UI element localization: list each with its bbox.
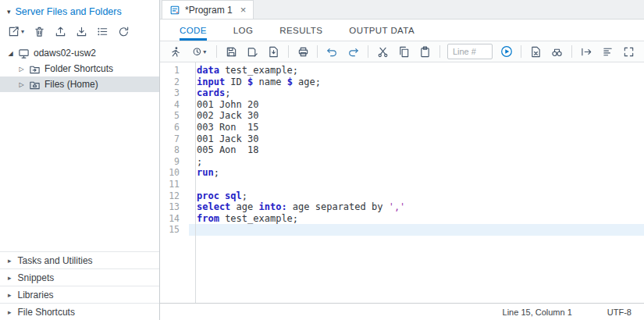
- new-item-button[interactable]: ▾: [8, 26, 24, 37]
- code-text[interactable]: 003 Ron 15: [189, 122, 644, 133]
- tab-log[interactable]: LOG: [233, 20, 254, 41]
- delete-button[interactable]: [34, 26, 45, 37]
- code-line[interactable]: 11: [160, 179, 644, 190]
- code-text[interactable]: ;: [189, 156, 644, 168]
- sidebar-toolbar: ▾: [0, 21, 159, 44]
- properties-button[interactable]: [97, 26, 109, 37]
- line-number: 10: [160, 167, 189, 179]
- code-text[interactable]: input ID $ name $ age;: [189, 76, 644, 88]
- copy-button[interactable]: [397, 44, 411, 59]
- code-text[interactable]: data test_example;: [189, 65, 644, 76]
- paste-button[interactable]: [418, 44, 432, 59]
- refresh-button[interactable]: [118, 26, 130, 37]
- code-line[interactable]: 3cards;: [160, 87, 644, 99]
- line-number: 4: [160, 99, 189, 111]
- toolbar-separator: [571, 45, 572, 58]
- submit-button[interactable]: [168, 44, 182, 59]
- redo-button[interactable]: [347, 44, 361, 59]
- code-text[interactable]: 002 Jack 30: [189, 110, 644, 122]
- code-line[interactable]: 10run;: [160, 167, 644, 179]
- server-files-section-header[interactable]: ▾ Server Files and Folders: [0, 0, 159, 21]
- clear-code-button[interactable]: [528, 44, 543, 59]
- code-text[interactable]: select age into: age separated by ',': [189, 201, 644, 213]
- line-number: 3: [160, 87, 189, 99]
- code-line[interactable]: 5002 Jack 30: [160, 110, 644, 122]
- code-text[interactable]: [189, 179, 644, 190]
- code-line[interactable]: 15: [160, 224, 644, 236]
- download-code-button[interactable]: [267, 44, 281, 59]
- close-tab-icon[interactable]: ×: [240, 4, 247, 16]
- gutter-divider: [195, 62, 196, 303]
- cursor-position: Line 15, Column 1: [503, 308, 572, 317]
- sidebar-item-snippets[interactable]: ▸ Snippets: [0, 268, 159, 286]
- line-number: 11: [160, 179, 189, 190]
- tab-results[interactable]: RESULTS: [279, 20, 322, 41]
- toolbar-separator: [317, 45, 318, 58]
- collapsed-node-icon[interactable]: ▷: [18, 81, 25, 88]
- encoding: UTF-8: [607, 308, 632, 317]
- list-icon: [97, 26, 109, 37]
- sidebar-item-libraries[interactable]: ▸ Libraries: [0, 286, 159, 303]
- maximize-view-button[interactable]: [622, 44, 636, 59]
- save-button[interactable]: [224, 44, 238, 59]
- line-number: 13: [160, 201, 189, 213]
- code-line[interactable]: 13select age into: age separated by ',': [160, 201, 644, 213]
- binoculars-icon: [551, 46, 563, 58]
- code-text[interactable]: [189, 224, 644, 236]
- code-line[interactable]: 12proc sql;: [160, 190, 644, 202]
- upload-button[interactable]: [55, 26, 66, 37]
- tab-output-data[interactable]: OUTPUT DATA: [349, 20, 415, 41]
- code-line[interactable]: 4001 John 20: [160, 99, 644, 111]
- code-text[interactable]: run;: [189, 167, 644, 179]
- format-code-button[interactable]: [600, 44, 614, 59]
- code-line[interactable]: 1data test_example;: [160, 65, 644, 76]
- code-line[interactable]: 7001 Jack 30: [160, 133, 644, 145]
- tab-code[interactable]: CODE: [180, 20, 207, 41]
- shift-code-button[interactable]: [579, 44, 593, 59]
- play-circle-icon: [500, 45, 513, 58]
- save-as-button[interactable]: [245, 44, 259, 59]
- editor-toolbar: ▾: [160, 41, 644, 62]
- undo-button[interactable]: [325, 44, 339, 59]
- code-line[interactable]: 6003 Ron 15: [160, 122, 644, 133]
- program-tab[interactable]: *Program 1 ×: [162, 0, 254, 19]
- refresh-icon: [118, 26, 130, 37]
- program-tab-label: *Program 1: [185, 5, 233, 16]
- sidebar-item-label: Snippets: [18, 272, 55, 283]
- code-text[interactable]: proc sql;: [189, 190, 644, 202]
- print-button[interactable]: [296, 44, 310, 59]
- dropdown-caret-icon: ▾: [203, 48, 206, 55]
- code-editor[interactable]: 1data test_example;2input ID $ name $ ag…: [160, 62, 644, 303]
- code-text[interactable]: cards;: [189, 87, 644, 99]
- sidebar-item-file-shortcuts[interactable]: ▸ File Shortcuts: [0, 303, 159, 320]
- code-lines: 1data test_example;2input ID $ name $ ag…: [160, 65, 644, 236]
- scissors-icon: [377, 46, 389, 58]
- indent-icon: [581, 46, 592, 58]
- download-button[interactable]: [76, 26, 87, 37]
- expanded-node-icon[interactable]: ◢: [7, 50, 14, 57]
- code-text[interactable]: 001 Jack 30: [189, 133, 644, 145]
- collapsed-node-icon[interactable]: ▷: [18, 66, 25, 73]
- code-line[interactable]: 8005 Aon 18: [160, 144, 644, 156]
- cut-button[interactable]: [375, 44, 390, 59]
- line-number: 1: [160, 65, 189, 76]
- line-number-input[interactable]: [447, 44, 493, 59]
- code-line[interactable]: 14from test_example;: [160, 213, 644, 225]
- toolbar-separator: [521, 45, 521, 58]
- code-text[interactable]: 005 Aon 18: [189, 144, 644, 156]
- code-text[interactable]: from test_example;: [189, 213, 644, 225]
- find-replace-button[interactable]: [550, 44, 564, 59]
- tree-node-folder-shortcuts[interactable]: ▷ Folder Shortcuts: [0, 61, 159, 76]
- code-line[interactable]: 2input ID $ name $ age;: [160, 76, 644, 88]
- code-line[interactable]: 9;: [160, 156, 644, 168]
- page-clear-icon: [530, 46, 542, 58]
- line-number: 12: [160, 190, 189, 202]
- tree-node-files-home[interactable]: ▷ Files (Home): [0, 76, 159, 92]
- code-text[interactable]: 001 John 20: [189, 99, 644, 111]
- toolbar-separator: [216, 45, 217, 58]
- submission-history-button[interactable]: ▾: [189, 44, 209, 59]
- goto-line-button[interactable]: [500, 44, 514, 59]
- tree-node-server[interactable]: ◢ odaws02-usw2: [0, 45, 159, 61]
- home-folder-icon: [29, 79, 41, 91]
- sidebar-item-tasks-and-utilities[interactable]: ▸ Tasks and Utilities: [0, 251, 159, 268]
